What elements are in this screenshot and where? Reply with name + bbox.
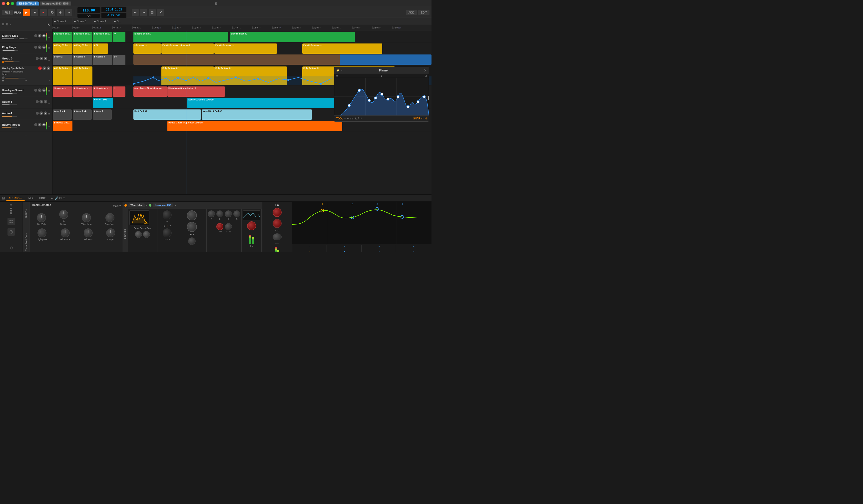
fx-knob-2[interactable]	[273, 219, 282, 228]
bottom-midi[interactable]: ⊡	[59, 197, 62, 200]
mute-btn-audio4[interactable]: M	[44, 111, 47, 115]
clip-plug-2[interactable]: ▶ Plug 01 Per...	[73, 43, 92, 54]
main-dropdown[interactable]: Main	[113, 204, 118, 207]
cutoff-knob[interactable]	[187, 210, 197, 220]
clip-audio4-vb[interactable]: Vocal B ▶◀	[53, 110, 72, 120]
volume-audio4[interactable]	[2, 116, 17, 117]
clip-him-2[interactable]: ▶ Himalayan ...	[73, 87, 92, 97]
filter-power[interactable]	[149, 204, 151, 207]
edit-button[interactable]: EDIT	[418, 10, 429, 15]
scene-icon[interactable]	[8, 228, 15, 236]
mute-btn-wonky[interactable]: M	[47, 66, 50, 70]
scene-4-header[interactable]: ▶ Scene 4	[92, 18, 112, 25]
capture-button[interactable]: ⊡	[149, 9, 156, 16]
record-button[interactable]: ●	[40, 9, 47, 16]
drive-knob[interactable]	[188, 237, 196, 245]
mute-btn-rusty[interactable]: M	[42, 123, 46, 126]
project-label[interactable]: PROJECT	[10, 204, 12, 216]
clip-audio4-vc[interactable]: ▶ Vocal C ◀▶	[73, 110, 92, 120]
rec-btn-wonky[interactable]: ●	[38, 66, 42, 70]
fx-knob-3[interactable]	[273, 234, 282, 240]
waveform-knob[interactable]	[82, 213, 91, 222]
solo-btn-rusty[interactable]: S	[38, 123, 41, 126]
maximize-button[interactable]	[11, 2, 14, 5]
stop-button[interactable]: ■	[31, 9, 38, 16]
vel-sens-knob[interactable]	[84, 228, 93, 237]
overdub-button[interactable]: ⊕	[57, 9, 64, 16]
sub-val-1[interactable]: -1	[166, 225, 168, 227]
clip-rusty-house[interactable]: ▶ House Cho...	[53, 121, 73, 131]
clip-audio3-neutr[interactable]: ▶ Neutr... ▶◀	[93, 98, 113, 108]
clip-audio4-drift2[interactable]: Vocal Drift Bed 02	[202, 110, 312, 120]
feg-knob-a[interactable]	[208, 210, 215, 217]
minimize-button[interactable]	[7, 2, 10, 5]
glide-knob-2[interactable]	[225, 223, 232, 230]
output-knob-2[interactable]	[247, 222, 256, 230]
mute-btn-electro[interactable]: M	[42, 34, 46, 37]
track-group3[interactable]: Group 3 S M ≡	[0, 54, 52, 65]
clip-electro-1[interactable]: ▶ Electro Bea...	[53, 32, 73, 42]
clip-plug-3[interactable]: ▶ Pl	[93, 43, 108, 54]
mute-btn-himalayan[interactable]: M	[42, 88, 46, 92]
solo-btn-group3[interactable]: S	[39, 57, 43, 60]
bottom-link[interactable]: 🔗	[54, 197, 58, 200]
tab-edit[interactable]: EDIT	[37, 196, 48, 200]
pan-electro[interactable]	[20, 38, 27, 39]
clip-group3-blue[interactable]	[340, 54, 432, 65]
clip-plug-perc3[interactable]: Plug 01 Percussive	[302, 43, 382, 54]
file-button[interactable]: FILE	[2, 10, 13, 15]
track-electro-kit[interactable]: Electro Kit 1 S M ≡	[0, 31, 52, 42]
track-plug-finga[interactable]: Plug Finga S M ≡	[0, 42, 52, 54]
tempo-display[interactable]: 110.00	[77, 7, 100, 13]
clip-electro-3[interactable]: ▶ Electro Bea...	[93, 32, 112, 42]
project-tab[interactable]: Integrated2023_ESS	[40, 1, 71, 5]
volume-electro[interactable]	[3, 38, 18, 39]
clip-rusty-operator[interactable]: House Chords Operator 124bpm	[167, 121, 342, 131]
undo-button[interactable]: ↩	[132, 9, 139, 16]
solo-btn-audio4[interactable]: S	[39, 111, 43, 115]
volume-wonky[interactable]	[5, 78, 25, 78]
add-button[interactable]: ADD	[406, 10, 417, 15]
clip-group3-s3[interactable]: ▶ Scene 3	[73, 55, 92, 65]
mute-btn-plug[interactable]: M	[42, 46, 46, 49]
add-track-button[interactable]: +	[0, 131, 52, 139]
loop-button[interactable]: ⟲	[48, 9, 55, 16]
clip-group3-sc[interactable]: Sc	[113, 55, 125, 65]
time-ruler[interactable]: 0:10 5 0:20 9 0:30 13 0:40 17 0:50 21 1:…	[52, 25, 432, 31]
feg-knob-s[interactable]	[225, 210, 232, 217]
clip-wonky-2[interactable]: ▶ Poly Patter...	[73, 66, 92, 85]
bottom-eq[interactable]: ⊞	[63, 197, 65, 200]
octave-knob[interactable]	[59, 210, 68, 219]
env-knob-2[interactable]	[143, 231, 150, 238]
pitch-knob[interactable]	[216, 223, 223, 230]
solo-btn-himalayan[interactable]: S	[38, 88, 41, 92]
scene-3-header[interactable]: ▶ Scene 3	[73, 18, 92, 25]
clip-electro-beat02[interactable]: Electro Beat 02	[230, 32, 355, 42]
noise-knob[interactable]	[163, 228, 172, 237]
clip-him-atmo1[interactable]: Himalayan Sunset Atmo 1	[167, 87, 225, 97]
clip-plug-bounce[interactable]: Plug 01 Percussive-bounce-1	[161, 43, 214, 54]
play-button[interactable]: ▶	[23, 9, 30, 16]
sub-val-0[interactable]: 0	[163, 225, 165, 227]
solo-btn-audio3[interactable]: S	[39, 100, 43, 103]
wavetable-label[interactable]: Wavetable	[128, 203, 145, 207]
solo-btn-wonky[interactable]: S	[42, 66, 46, 70]
close-button[interactable]	[2, 2, 5, 5]
mute-btn-group3[interactable]: M	[44, 57, 47, 60]
osc-sub-knob[interactable]	[37, 213, 46, 222]
time-sig-display[interactable]: 4/4	[77, 14, 100, 18]
clip-plug-1[interactable]: ▶ Plug 01 Per...	[53, 43, 73, 54]
volume-himalayan[interactable]	[2, 93, 17, 94]
clip-group3-s2[interactable]: Scene 2	[53, 55, 73, 65]
synth-power[interactable]	[124, 204, 127, 207]
flame-close-button[interactable]: ✕	[424, 68, 427, 73]
clip-electro-beat01[interactable]: Electro Beat 01	[134, 32, 228, 42]
fx-label[interactable]: FX	[264, 203, 291, 206]
volume-group3[interactable]	[4, 62, 20, 62]
bottom-split[interactable]: ⇔	[51, 197, 53, 200]
solo-btn-plug[interactable]: S	[38, 46, 41, 49]
sub-knob[interactable]	[163, 210, 172, 219]
clip-him-1[interactable]: Himalayan ...	[53, 87, 73, 97]
track-audio3[interactable]: Audio 3 S M ≡	[0, 97, 52, 109]
sub-val-2[interactable]: -2	[168, 225, 171, 227]
